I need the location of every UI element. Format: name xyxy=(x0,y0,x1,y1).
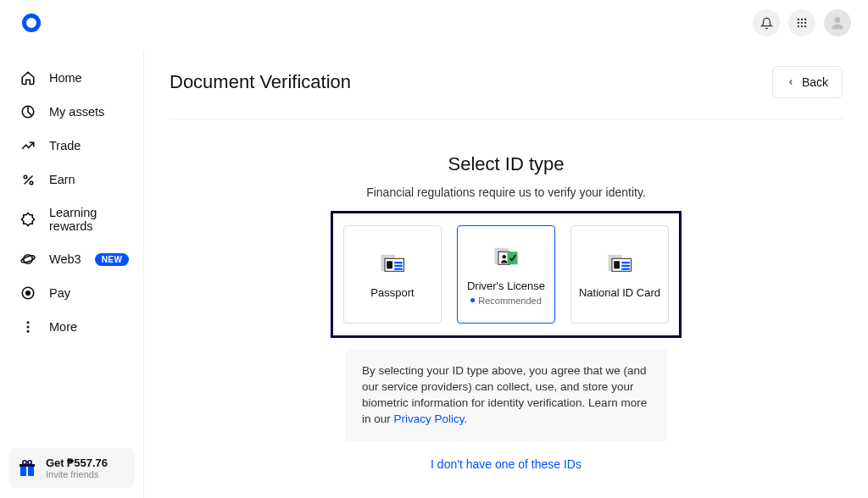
svg-point-17 xyxy=(26,291,31,296)
id-option-national-id[interactable]: National ID Card xyxy=(570,225,669,324)
svg-rect-31 xyxy=(394,268,403,269)
sidebar-item-web3[interactable]: Web3 NEW xyxy=(0,242,143,276)
user-icon xyxy=(829,14,846,31)
sidebar-item-label: Pay xyxy=(49,286,70,300)
main-content: Document Verification Back Select ID typ… xyxy=(144,46,868,498)
svg-point-5 xyxy=(804,22,806,24)
svg-point-3 xyxy=(798,22,799,24)
planet-icon xyxy=(20,252,36,267)
svg-point-20 xyxy=(27,330,30,333)
id-option-drivers-license[interactable]: Driver's License Recommended xyxy=(457,225,555,324)
svg-rect-29 xyxy=(394,262,403,263)
sidebar-item-home[interactable]: Home xyxy=(0,61,143,95)
id-option-label: Driver's License xyxy=(467,279,545,292)
referral-title: Get ₱557.76 xyxy=(46,456,108,469)
back-button[interactable]: Back xyxy=(772,66,843,98)
home-icon xyxy=(20,70,36,86)
svg-point-18 xyxy=(27,321,30,324)
svg-rect-40 xyxy=(621,264,630,266)
license-icon xyxy=(493,247,519,271)
sidebar-item-assets[interactable]: My assets xyxy=(0,95,143,129)
referral-subtitle: Invite friends xyxy=(46,469,108,479)
bell-icon xyxy=(760,17,773,30)
passport-icon xyxy=(380,254,405,278)
gift-icon xyxy=(17,458,37,479)
chevron-left-icon xyxy=(787,77,795,87)
sidebar-item-label: More xyxy=(49,320,77,334)
svg-point-34 xyxy=(503,255,507,259)
recommended-label: Recommended xyxy=(470,296,542,306)
sidebar-item-label: Web3 xyxy=(49,252,81,266)
disclaimer-post: . xyxy=(465,412,468,425)
svg-point-2 xyxy=(804,19,806,20)
svg-rect-39 xyxy=(621,262,630,263)
svg-line-11 xyxy=(24,175,32,184)
svg-rect-22 xyxy=(28,467,34,476)
sidebar-item-earn[interactable]: Earn xyxy=(0,163,143,196)
percent-icon xyxy=(20,172,36,187)
topbar-actions xyxy=(753,9,851,36)
svg-point-7 xyxy=(801,25,803,27)
svg-point-0 xyxy=(798,19,799,20)
svg-point-8 xyxy=(804,25,806,27)
sidebar-item-more[interactable]: More xyxy=(0,310,143,344)
svg-rect-38 xyxy=(614,261,620,268)
page-header: Document Verification Back xyxy=(170,66,843,119)
pie-icon xyxy=(20,104,36,119)
sidebar-item-label: My assets xyxy=(49,105,104,119)
sidebar: Home My assets Trade Earn Learning rewar… xyxy=(0,51,144,498)
id-option-label: National ID Card xyxy=(579,286,660,299)
sidebar-item-pay[interactable]: Pay xyxy=(0,276,143,310)
svg-rect-21 xyxy=(20,467,26,476)
back-label: Back xyxy=(802,75,828,89)
referral-card[interactable]: Get ₱557.76 Invite friends xyxy=(8,448,135,488)
svg-point-15 xyxy=(20,254,36,263)
svg-rect-28 xyxy=(387,261,392,268)
svg-rect-35 xyxy=(508,252,518,264)
notifications-button[interactable] xyxy=(753,9,780,36)
svg-rect-30 xyxy=(394,264,403,266)
svg-rect-41 xyxy=(621,268,630,269)
svg-rect-23 xyxy=(19,464,35,467)
sidebar-item-label: Earn xyxy=(49,173,75,186)
sidebar-item-learning[interactable]: Learning rewards xyxy=(0,196,143,242)
svg-point-9 xyxy=(835,17,841,23)
brand-logo[interactable] xyxy=(22,14,41,32)
verify-panel: Select ID type Financial regulations req… xyxy=(170,153,843,472)
coin-icon xyxy=(20,285,36,301)
svg-point-6 xyxy=(798,25,799,27)
apps-button[interactable] xyxy=(788,9,815,36)
id-options: Passport Driver's License Recommended Na… xyxy=(343,225,669,324)
id-option-label: Passport xyxy=(370,286,414,299)
avatar[interactable] xyxy=(824,9,851,36)
more-icon xyxy=(20,319,36,335)
privacy-policy-link[interactable]: Privacy Policy xyxy=(394,412,465,425)
badge-icon xyxy=(20,212,36,227)
svg-point-1 xyxy=(801,19,803,20)
svg-point-13 xyxy=(30,181,33,185)
no-id-link[interactable]: I don't have one of these IDs xyxy=(431,457,581,471)
sidebar-item-label: Learning rewards xyxy=(49,206,126,233)
id-options-highlight: Passport Driver's License Recommended Na… xyxy=(331,211,682,338)
new-badge: NEW xyxy=(95,253,130,266)
disclaimer-box: By selecting your ID type above, you agr… xyxy=(345,350,667,441)
svg-point-19 xyxy=(27,326,30,329)
svg-point-24 xyxy=(23,460,26,463)
sidebar-item-trade[interactable]: Trade xyxy=(0,129,143,163)
select-id-subtitle: Financial regulations require us to veri… xyxy=(170,185,843,199)
select-id-title: Select ID type xyxy=(170,153,843,175)
page-title: Document Verification xyxy=(170,71,351,93)
svg-point-25 xyxy=(28,460,31,463)
sidebar-item-label: Trade xyxy=(49,139,81,152)
svg-point-4 xyxy=(801,22,803,24)
id-option-passport[interactable]: Passport xyxy=(343,225,442,324)
grid-icon xyxy=(796,17,808,29)
national-id-icon xyxy=(607,254,632,278)
sidebar-item-label: Home xyxy=(49,71,82,85)
svg-point-12 xyxy=(24,175,27,179)
topbar xyxy=(0,0,868,46)
trade-icon xyxy=(20,138,36,153)
